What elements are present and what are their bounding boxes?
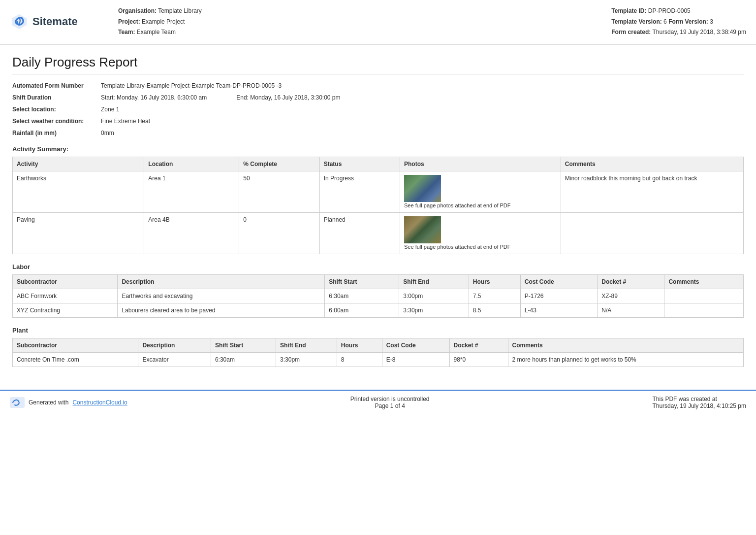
page-footer: Generated with ConstructionCloud.io Prin…	[0, 390, 756, 414]
plant-col-comments: Comments	[508, 338, 743, 352]
activity-col-complete: % Complete	[239, 157, 319, 171]
plant-cell-shift-start: 6:30am	[211, 352, 276, 367]
labor-col-hours: Hours	[469, 274, 520, 289]
org-label: Organisation:	[118, 7, 157, 14]
photo-caption: See full page photos attached at end of …	[404, 244, 510, 250]
activity-cell-location: Area 4B	[144, 212, 239, 254]
template-id-label: Template ID:	[611, 7, 646, 14]
auto-form-row: Automated Form Number Template Library-E…	[12, 82, 744, 89]
labor-cell-description: Labourers cleared area to be paved	[118, 303, 325, 317]
plant-table: Subcontractor Description Shift Start Sh…	[12, 338, 744, 367]
plant-col-docket: Docket #	[449, 338, 508, 352]
labor-cell-docket: XZ-89	[598, 289, 664, 303]
labor-cell-subcontractor: XYZ Contracting	[13, 303, 118, 317]
labor-col-cost-code: Cost Code	[520, 274, 597, 289]
plant-col-shift-start: Shift Start	[211, 338, 276, 352]
labor-header-row: Subcontractor Description Shift Start Sh…	[13, 274, 744, 289]
plant-cell-hours: 8	[337, 352, 382, 367]
svg-marker-0	[12, 14, 27, 29]
plant-col-cost-code: Cost Code	[382, 338, 449, 352]
labor-cell-cost-code: P-1726	[520, 289, 597, 303]
shift-duration-label: Shift Duration	[12, 94, 101, 101]
plant-cell-docket: 98*0	[449, 352, 508, 367]
shift-duration-values: Start: Monday, 16 July 2018, 6:30:00 am …	[101, 94, 341, 101]
activity-col-comments: Comments	[561, 157, 743, 171]
plant-col-subcontractor: Subcontractor	[13, 338, 138, 352]
labor-cell-shift-end: 3:00pm	[399, 289, 469, 303]
main-content: Daily Progress Report Automated Form Num…	[0, 45, 756, 385]
activity-cell-status: In Progress	[319, 171, 400, 212]
activity-col-photos: Photos	[400, 157, 561, 171]
labor-col-description: Description	[118, 274, 325, 289]
auto-form-value: Template Library-Example Project-Example…	[101, 82, 282, 89]
form-version-value: 3	[710, 18, 713, 25]
template-version-value: 6	[663, 18, 667, 25]
page-header: Sitemate Organisation: Template Library …	[0, 0, 756, 45]
activity-summary-table: Activity Location % Complete Status Phot…	[12, 157, 744, 254]
template-id-value: DP-PROD-0005	[648, 7, 691, 14]
footer-logo-icon	[10, 397, 25, 408]
labor-cell-hours: 7.5	[469, 289, 520, 303]
labor-cell-docket: N/A	[598, 303, 664, 317]
plant-cell-subcontractor: Concrete On Time .com	[13, 352, 138, 367]
labor-cell-comments	[664, 289, 744, 303]
form-created-value: Thursday, 19 July 2018, 3:38:49 pm	[652, 29, 746, 35]
activity-table-row: Paving Area 4B 0 Planned See full page p…	[13, 212, 744, 254]
photo-caption: See full page photos attached at end of …	[404, 202, 510, 208]
footer-center: Printed version is uncontrolled Page 1 o…	[350, 396, 430, 409]
auto-form-label: Automated Form Number	[12, 82, 101, 89]
labor-table: Subcontractor Description Shift Start Sh…	[12, 274, 744, 318]
activity-cell-comments: Minor roadblock this morning but got bac…	[561, 171, 743, 212]
footer-generated-text: Generated with	[29, 399, 68, 406]
plant-table-row: Concrete On Time .com Excavator 6:30am 3…	[13, 352, 744, 367]
footer-left: Generated with ConstructionCloud.io	[10, 397, 127, 408]
form-created-label: Form created:	[611, 29, 651, 35]
plant-cell-cost-code: E-8	[382, 352, 449, 367]
plant-col-shift-end: Shift End	[276, 338, 337, 352]
team-label: Team:	[118, 29, 135, 35]
activity-cell-photos: See full page photos attached at end of …	[400, 212, 561, 254]
shift-duration-row: Shift Duration Start: Monday, 16 July 20…	[12, 94, 744, 101]
activity-col-activity: Activity	[13, 157, 144, 171]
labor-col-comments: Comments	[664, 274, 744, 289]
labor-table-row: XYZ Contracting Labourers cleared area t…	[13, 303, 744, 317]
labor-cell-shift-end: 3:30pm	[399, 303, 469, 317]
activity-cell-activity: Paving	[13, 212, 144, 254]
labor-cell-comments	[664, 303, 744, 317]
footer-page-info: Page 1 of 4	[350, 402, 430, 409]
report-title: Daily Progress Report	[12, 55, 744, 74]
labor-cell-description: Earthworks and excavating	[118, 289, 325, 303]
activity-col-status: Status	[319, 157, 400, 171]
sitemate-logo-icon	[10, 12, 29, 31]
select-weather-value: Fine Extreme Heat	[101, 118, 150, 125]
select-location-label: Select location:	[12, 106, 101, 113]
labor-cell-shift-start: 6:30am	[325, 289, 399, 303]
activity-table-header-row: Activity Location % Complete Status Phot…	[13, 157, 744, 171]
labor-col-shift-start: Shift Start	[325, 274, 399, 289]
activity-cell-activity: Earthworks	[13, 171, 144, 212]
plant-cell-comments: 2 more hours than planned to get works t…	[508, 352, 743, 367]
header-right-info: Template ID: DP-PROD-0005 Template Versi…	[611, 6, 746, 38]
rainfall-value: 0mm	[101, 130, 114, 136]
plant-col-description: Description	[138, 338, 211, 352]
labor-cell-subcontractor: ABC Formwork	[13, 289, 118, 303]
labor-cell-shift-start: 6:00am	[325, 303, 399, 317]
plant-col-hours: Hours	[337, 338, 382, 352]
labor-cell-hours: 8.5	[469, 303, 520, 317]
labor-col-shift-end: Shift End	[399, 274, 469, 289]
header-center-info: Organisation: Template Library Project: …	[118, 6, 611, 38]
footer-link[interactable]: ConstructionCloud.io	[72, 399, 127, 406]
labor-title: Labor	[12, 263, 744, 270]
rainfall-label: Rainfall (in mm)	[12, 130, 101, 136]
template-version-label: Template Version:	[611, 18, 662, 25]
activity-cell-complete: 50	[239, 171, 319, 212]
activity-summary-title: Activity Summary:	[12, 145, 744, 153]
activity-cell-photos: See full page photos attached at end of …	[400, 171, 561, 212]
activity-cell-comments	[561, 212, 743, 254]
project-value: Example Project	[142, 18, 185, 25]
plant-cell-description: Excavator	[138, 352, 211, 367]
shift-end-value: End: Monday, 16 July 2018, 3:30:00 pm	[236, 94, 340, 101]
form-version-label: Form Version:	[668, 18, 708, 25]
select-location-value: Zone 1	[101, 106, 119, 113]
select-weather-label: Select weather condition:	[12, 118, 101, 125]
